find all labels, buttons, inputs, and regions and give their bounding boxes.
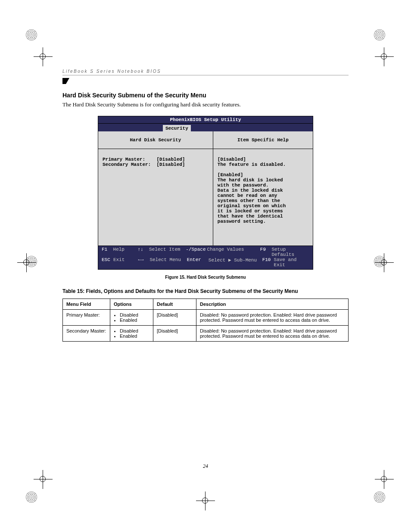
bios-help-text: [Disabled] The feature is disabled. [Ena…: [213, 149, 313, 246]
crop-mark-icon: [196, 492, 215, 510]
td-menu-field: Secondary Master:: [63, 326, 110, 342]
section-title: Hard Disk Security Submenu of the Securi…: [62, 92, 349, 99]
footer-label-save-exit: Save and Exit: [274, 257, 309, 268]
th-default: Default: [153, 299, 196, 310]
footer-label-setup-defaults: Setup Defaults: [271, 247, 309, 257]
primary-master-label: Primary Master:: [103, 157, 145, 162]
footer-label-change-values: Change Values: [207, 247, 260, 257]
footer-key-f10: F10: [262, 257, 274, 268]
crop-mark-icon: [34, 470, 53, 489]
bios-titlebar: PhoenixBIOS Setup Utility: [98, 116, 313, 124]
primary-master-value: [Disabled]: [156, 157, 185, 162]
figure-caption: Figure 15. Hard Disk Security Submenu: [62, 275, 349, 280]
page-number: 24: [0, 463, 411, 470]
option-item: Disabled: [120, 328, 149, 333]
option-item: Disabled: [120, 312, 149, 317]
bios-tab-security: Security: [163, 125, 191, 131]
section-tab-marker: [62, 78, 69, 84]
footer-key-space: -/Space: [186, 247, 207, 257]
bios-left-panel-content: Primary Master: [Disabled] Secondary Mas…: [98, 149, 213, 246]
th-description: Description: [196, 299, 349, 310]
footer-key-f9: F9: [260, 247, 272, 257]
table-title: Table 15: Fields, Options and Defaults f…: [62, 288, 349, 294]
th-options: Options: [110, 299, 153, 310]
th-menu-field: Menu Field: [63, 299, 110, 310]
table-row: Secondary Master: Disabled Enabled [Disa…: [63, 326, 349, 342]
bios-tabbar: Security: [98, 124, 313, 131]
bios-left-panel-title: Hard Disk Security: [98, 131, 213, 149]
td-description: Disabled: No password protection. Enable…: [196, 310, 349, 326]
footer-key-esc: ESC: [102, 257, 113, 268]
option-item: Enabled: [120, 333, 149, 339]
td-options: Disabled Enabled: [110, 326, 153, 342]
footer-label-select-menu: Select Menu: [149, 257, 187, 268]
table-header-row: Menu Field Options Default Description: [63, 299, 349, 310]
td-options: Disabled Enabled: [110, 310, 153, 326]
table-row: Primary Master: Disabled Enabled [Disabl…: [63, 310, 349, 326]
footer-key-arrows-lr: ←→: [138, 257, 150, 268]
registration-mark-icon: [26, 492, 37, 503]
footer-key-f1: F1: [102, 247, 113, 257]
td-default: [Disabled]: [153, 310, 196, 326]
footer-label-exit: Exit: [113, 257, 138, 268]
field-table: Menu Field Options Default Description P…: [62, 299, 349, 342]
td-default: [Disabled]: [153, 326, 196, 342]
footer-label-help: Help: [113, 247, 138, 257]
td-menu-field: Primary Master:: [63, 310, 110, 326]
footer-label-select-item: Select Item: [149, 247, 186, 257]
secondary-master-value: [Disabled]: [156, 162, 185, 167]
footer-key-arrows-ud: ↑↓: [137, 247, 149, 257]
td-description: Disabled: No password protection. Enable…: [196, 326, 349, 342]
footer-key-enter: Enter: [187, 257, 209, 268]
bios-right-panel-title: Item Specific Help: [213, 131, 313, 149]
registration-mark-icon: [374, 492, 385, 503]
bios-footer: F1 Help ↑↓ Select Item -/Space Change Va…: [98, 246, 313, 269]
bios-screenshot: PhoenixBIOS Setup Utility Security Hard …: [98, 116, 313, 270]
crop-mark-icon: [375, 470, 394, 489]
secondary-master-label: Secondary Master:: [103, 162, 151, 167]
footer-label-select-submenu: Select ▶ Sub-Menu: [209, 257, 262, 268]
section-intro: The Hard Disk Security Submenu is for co…: [62, 101, 349, 108]
option-item: Enabled: [120, 317, 149, 323]
running-header: LifeBook S Series Notebook BIOS: [62, 69, 349, 75]
